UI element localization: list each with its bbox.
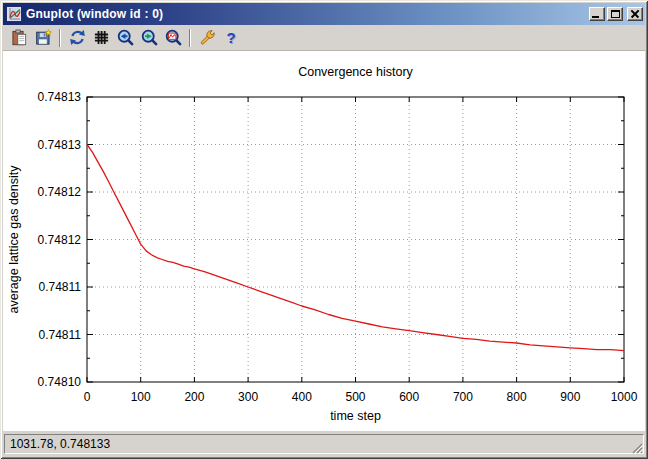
gnuplot-app-icon (6, 6, 22, 22)
plot-canvas-area: 010020030040050060070080090010000.748100… (3, 51, 645, 431)
x-tick-label: 700 (453, 390, 473, 404)
window-title: Gnuplot (window id : 0) (26, 7, 587, 21)
toolbar-separator (59, 29, 61, 47)
minimize-icon (592, 16, 599, 18)
x-tick-label: 400 (292, 390, 312, 404)
toolbar-separator (189, 29, 191, 47)
status-bar: 1031.78, 0.748133 (3, 431, 645, 457)
y-tick-label: 0.74813 (38, 90, 82, 104)
data-curve (87, 145, 624, 351)
x-tick-label: 0 (84, 390, 91, 404)
y-tick-label: 0.74810 (38, 375, 82, 389)
title-bar[interactable]: Gnuplot (window id : 0) (3, 3, 645, 25)
y-tick-label: 0.74811 (39, 328, 82, 342)
magnifier-plot-icon (165, 29, 182, 46)
x-tick-label: 500 (345, 390, 365, 404)
x-tick-label: 900 (560, 390, 580, 404)
magnifier-left-arrow-icon (117, 29, 134, 46)
x-tick-label: 300 (238, 390, 258, 404)
save-graph-button[interactable] (31, 27, 55, 49)
x-tick-label: 100 (131, 390, 151, 404)
minimize-button[interactable] (589, 7, 605, 21)
next-zoom-button[interactable] (137, 27, 161, 49)
options-button[interactable] (195, 27, 219, 49)
toggle-grid-button[interactable] (89, 27, 113, 49)
gnuplot-window: Gnuplot (window id : 0) (0, 0, 648, 459)
x-tick-label: 800 (507, 390, 527, 404)
y-tick-label: 0.74812 (38, 233, 82, 247)
copy-to-clipboard-button[interactable] (7, 27, 31, 49)
y-tick-label: 0.74811 (39, 280, 82, 294)
help-button[interactable]: ? (219, 27, 243, 49)
wrench-icon (199, 29, 216, 46)
resize-grip[interactable] (630, 441, 643, 454)
x-tick-label: 600 (399, 390, 419, 404)
grid-icon (93, 29, 110, 46)
y-tick-label: 0.74812 (38, 185, 82, 199)
maximize-button[interactable] (607, 7, 623, 21)
replot-button[interactable] (65, 27, 89, 49)
y-axis-label: average lattice gas density (7, 165, 21, 314)
y-tick-label: 0.74813 (38, 138, 82, 152)
refresh-icon (69, 29, 86, 46)
plot-canvas[interactable]: 010020030040050060070080090010000.748100… (3, 52, 645, 431)
question-mark-icon: ? (226, 30, 235, 45)
window-controls (587, 7, 643, 21)
maximize-icon (611, 10, 620, 18)
previous-zoom-button[interactable] (113, 27, 137, 49)
floppy-star-icon (35, 29, 52, 46)
close-button[interactable] (627, 7, 643, 21)
mouse-coordinates: 1031.78, 0.748133 (4, 434, 644, 454)
x-tick-label: 200 (184, 390, 204, 404)
close-icon (630, 10, 640, 19)
toolbar: ? (3, 25, 645, 51)
x-axis-label: time step (330, 409, 381, 423)
autoscale-button[interactable] (161, 27, 185, 49)
x-tick-label: 1000 (611, 390, 638, 404)
clipboard-icon (11, 29, 28, 46)
plot-title: Convergence history (298, 65, 413, 79)
magnifier-right-arrow-icon (141, 29, 158, 46)
